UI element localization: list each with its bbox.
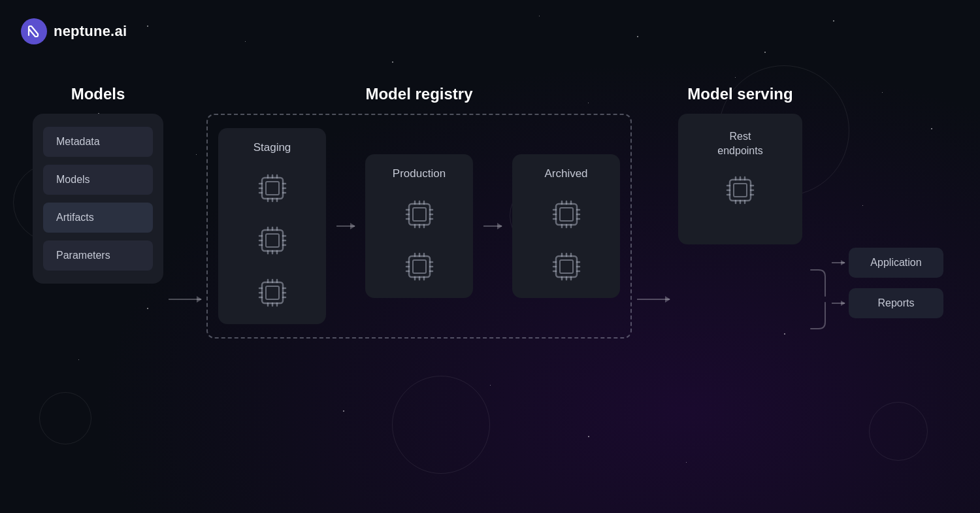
staging-cpu-3 — [254, 274, 291, 311]
svg-rect-71 — [560, 208, 573, 221]
output-section: Application Reports — [832, 228, 943, 318]
svg-rect-42 — [409, 204, 430, 225]
archived-title: Archived — [544, 167, 587, 180]
arrow-models-to-registry — [163, 246, 206, 300]
output-connector — [806, 211, 832, 335]
svg-rect-85 — [560, 260, 573, 273]
staging-cpu-1 — [254, 170, 291, 207]
svg-rect-15 — [266, 234, 279, 247]
registry-section: Model registry Staging — [206, 85, 632, 339]
svg-rect-70 — [556, 204, 577, 225]
production-cpu-2 — [401, 248, 438, 285]
serving-panel: Rest endpoints — [678, 114, 802, 244]
registry-arrow-line-1 — [336, 225, 355, 227]
svg-rect-1 — [266, 182, 279, 195]
arrow-registry-to-serving — [632, 246, 675, 300]
menu-item-models[interactable]: Models — [43, 165, 153, 195]
registry-title: Model registry — [365, 85, 472, 103]
svg-rect-84 — [556, 256, 577, 277]
arrow-to-application — [832, 262, 845, 263]
arrow-to-reports — [832, 303, 845, 304]
models-panel: Metadata Models Artifacts Parameters — [33, 114, 163, 284]
svg-rect-28 — [262, 282, 283, 303]
menu-item-artifacts[interactable]: Artifacts — [43, 203, 153, 233]
svg-rect-0 — [262, 178, 283, 199]
svg-rect-29 — [266, 286, 279, 299]
arrow-production-to-archived — [483, 225, 502, 227]
svg-rect-56 — [409, 256, 430, 277]
reports-box: Reports — [849, 288, 943, 318]
diagram: Models Metadata Models Artifacts Paramet… — [33, 85, 947, 461]
application-box: Application — [849, 248, 943, 278]
models-section: Models Metadata Models Artifacts Paramet… — [33, 85, 163, 284]
bracket-svg — [806, 263, 832, 335]
svg-rect-43 — [413, 208, 426, 221]
serving-section: Model serving Rest endpoints — [675, 85, 806, 244]
staging-panel: Staging — [218, 128, 326, 324]
serving-cpu — [722, 172, 759, 208]
archived-cpu-1 — [548, 196, 585, 233]
svg-rect-98 — [730, 180, 751, 201]
menu-item-metadata[interactable]: Metadata — [43, 127, 153, 157]
rest-endpoints-title: Rest endpoints — [717, 129, 762, 159]
archived-cpu-2 — [548, 248, 585, 285]
arrow-line-1 — [169, 299, 201, 300]
models-title: Models — [71, 85, 125, 103]
production-panel: Production — [365, 154, 473, 298]
registry-box: Staging — [206, 114, 632, 339]
production-title: Production — [393, 167, 446, 180]
logo[interactable]: neptune.ai — [21, 18, 127, 44]
svg-rect-99 — [734, 184, 747, 197]
staging-cpu-2 — [254, 222, 291, 259]
svg-rect-57 — [413, 260, 426, 273]
logo-text: neptune.ai — [54, 23, 127, 40]
serving-title: Model serving — [687, 85, 792, 103]
registry-arrow-line-2 — [483, 225, 502, 227]
arrow-line-2 — [637, 299, 670, 300]
menu-item-parameters[interactable]: Parameters — [43, 240, 153, 271]
reports-row: Reports — [832, 288, 943, 318]
production-cpu-1 — [401, 196, 438, 233]
svg-rect-14 — [262, 230, 283, 251]
application-row: Application — [832, 248, 943, 278]
staging-title: Staging — [253, 141, 291, 154]
arrow-staging-to-production — [336, 225, 355, 227]
archived-panel: Archived — [512, 154, 620, 298]
logo-icon — [21, 18, 47, 44]
